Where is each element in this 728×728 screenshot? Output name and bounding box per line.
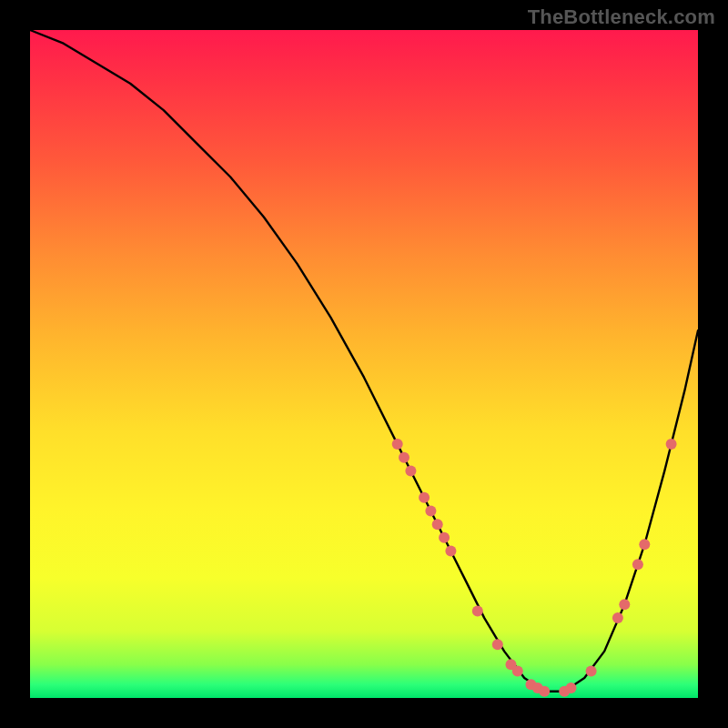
bottleneck-curve-line [30,30,698,692]
curve-marker [586,666,597,677]
chart-frame: TheBottleneck.com [0,0,728,728]
curve-marker [432,519,443,530]
plot-area [30,30,698,698]
curve-markers [392,439,677,697]
curve-marker [492,639,503,650]
curve-marker [632,559,643,570]
curve-marker [445,546,456,557]
curve-marker [472,606,483,617]
curve-layer [30,30,698,698]
curve-marker [405,465,416,476]
curve-marker [639,539,650,550]
curve-marker [666,439,677,450]
watermark-text: TheBottleneck.com [528,5,715,29]
curve-marker [512,666,523,677]
curve-marker [539,686,550,697]
curve-marker [425,506,436,517]
curve-marker [566,682,577,693]
curve-marker [612,612,623,623]
curve-marker [399,452,410,463]
curve-marker [439,532,450,543]
curve-marker [392,439,403,450]
curve-marker [619,599,630,610]
curve-marker [419,492,430,503]
